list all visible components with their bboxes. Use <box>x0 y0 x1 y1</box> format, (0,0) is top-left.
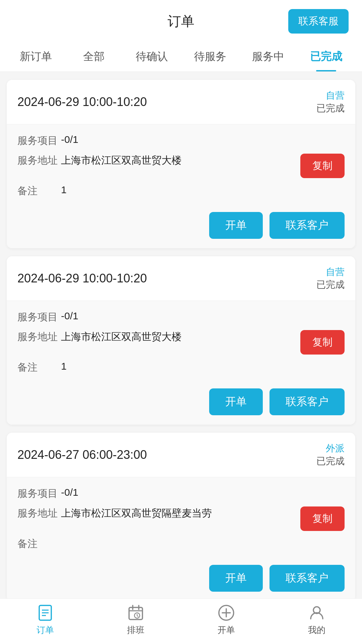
tab-in-service[interactable]: 服务中 <box>239 40 297 71</box>
copy-button-3[interactable]: 复制 <box>300 506 345 531</box>
open-order-button-2[interactable]: 开单 <box>209 388 263 415</box>
address-label-1: 服务地址 <box>17 154 61 167</box>
address-label-3: 服务地址 <box>17 506 61 520</box>
schedule-icon <box>127 604 144 622</box>
note-label-3: 备注 <box>17 537 61 551</box>
nav-label-orders: 订单 <box>37 624 54 636</box>
note-label-1: 备注 <box>17 184 61 198</box>
service-item-value-3: -0/1 <box>61 487 345 498</box>
bottom-nav: 订单 排班 开单 <box>0 598 362 644</box>
order-address-row-3: 服务地址 上海市松江区双高世贸隔壁麦当劳 复制 <box>17 506 345 531</box>
order-header-2: 2024-06-29 10:00-10:20 自营 已完成 <box>7 256 355 301</box>
order-status-block-2: 自营 已完成 <box>316 266 345 291</box>
tab-all[interactable]: 全部 <box>65 40 123 71</box>
tab-pending-service[interactable]: 待服务 <box>181 40 239 71</box>
order-body-2: 服务项目 -0/1 服务地址 上海市松江区双高世贸大楼 复制 备注 1 开单 联… <box>7 301 355 425</box>
address-value-3: 上海市松江区双高世贸隔壁麦当劳 <box>61 506 295 520</box>
note-value-1: 1 <box>61 184 345 196</box>
address-value-1: 上海市松江区双高世贸大楼 <box>61 154 295 167</box>
copy-button-2[interactable]: 复制 <box>300 330 345 355</box>
order-type-3: 外派 <box>316 442 345 455</box>
profile-icon <box>308 604 325 622</box>
nav-item-create[interactable]: 开单 <box>181 604 272 636</box>
order-note-row-2: 备注 1 <box>17 361 345 374</box>
open-order-button-3[interactable]: 开单 <box>209 565 263 592</box>
copy-button-1[interactable]: 复制 <box>300 154 345 178</box>
address-value-2: 上海市松江区双高世贸大楼 <box>61 330 295 344</box>
contact-service-button[interactable]: 联系客服 <box>288 9 349 34</box>
tab-new[interactable]: 新订单 <box>7 40 65 71</box>
order-actions-3: 开单 联系客户 <box>17 557 345 592</box>
order-card-2: 2024-06-29 10:00-10:20 自营 已完成 服务项目 -0/1 … <box>7 256 355 425</box>
note-value-2: 1 <box>61 361 345 372</box>
tab-completed[interactable]: 已完成 <box>297 40 355 71</box>
order-body-3: 服务项目 -0/1 服务地址 上海市松江区双高世贸隔壁麦当劳 复制 备注 开单 … <box>7 477 355 601</box>
order-time-1: 2024-06-29 10:00-10:20 <box>17 95 147 109</box>
order-status-3: 已完成 <box>316 455 345 468</box>
order-actions-2: 开单 联系客户 <box>17 380 345 415</box>
order-status-1: 已完成 <box>316 102 345 115</box>
service-item-label-3: 服务项目 <box>17 487 61 500</box>
service-item-value-1: -0/1 <box>61 134 345 145</box>
tab-pending-confirm[interactable]: 待确认 <box>123 40 181 71</box>
order-service-item-row-1: 服务项目 -0/1 <box>17 134 345 148</box>
nav-item-orders[interactable]: 订单 <box>0 604 90 636</box>
open-order-button-1[interactable]: 开单 <box>209 212 263 239</box>
page-title: 订单 <box>168 12 194 31</box>
order-address-row-1: 服务地址 上海市松江区双高世贸大楼 复制 <box>17 154 345 178</box>
address-label-2: 服务地址 <box>17 330 61 344</box>
header: 订单 联系客服 <box>0 0 362 40</box>
order-status-block-3: 外派 已完成 <box>316 442 345 468</box>
nav-item-schedule[interactable]: 排班 <box>90 604 181 636</box>
svg-line-10 <box>137 615 138 616</box>
order-note-row-3: 备注 <box>17 537 345 551</box>
contact-customer-button-2[interactable]: 联系客户 <box>269 388 345 415</box>
nav-item-profile[interactable]: 我的 <box>272 604 362 636</box>
order-card-3: 2024-06-27 06:00-23:00 外派 已完成 服务项目 -0/1 … <box>7 433 355 601</box>
order-time-2: 2024-06-29 10:00-10:20 <box>17 271 147 285</box>
order-status-2: 已完成 <box>316 278 345 291</box>
order-service-item-row-3: 服务项目 -0/1 <box>17 487 345 500</box>
tab-bar: 新订单 全部 待确认 待服务 服务中 已完成 <box>0 40 362 72</box>
note-label-2: 备注 <box>17 361 61 374</box>
order-address-row-2: 服务地址 上海市松江区双高世贸大楼 复制 <box>17 330 345 355</box>
order-type-1: 自营 <box>316 89 345 102</box>
order-header-3: 2024-06-27 06:00-23:00 外派 已完成 <box>7 433 355 477</box>
contact-customer-button-1[interactable]: 联系客户 <box>269 212 345 239</box>
order-list: 2024-06-29 10:00-10:20 自营 已完成 服务项目 -0/1 … <box>0 72 362 644</box>
contact-customer-button-3[interactable]: 联系客户 <box>269 565 345 592</box>
order-type-2: 自营 <box>316 266 345 278</box>
nav-label-profile: 我的 <box>308 624 325 636</box>
service-item-label-1: 服务项目 <box>17 134 61 148</box>
order-actions-1: 开单 联系客户 <box>17 204 345 239</box>
order-time-3: 2024-06-27 06:00-23:00 <box>17 448 147 462</box>
service-item-value-2: -0/1 <box>61 310 345 322</box>
order-body-1: 服务项目 -0/1 服务地址 上海市松江区双高世贸大楼 复制 备注 1 开单 联… <box>7 124 355 248</box>
order-note-row-1: 备注 1 <box>17 184 345 198</box>
order-card-1: 2024-06-29 10:00-10:20 自营 已完成 服务项目 -0/1 … <box>7 80 355 248</box>
service-item-label-2: 服务项目 <box>17 310 61 324</box>
create-icon <box>218 604 235 622</box>
orders-icon <box>37 604 54 622</box>
order-service-item-row-2: 服务项目 -0/1 <box>17 310 345 324</box>
order-header-1: 2024-06-29 10:00-10:20 自营 已完成 <box>7 80 355 124</box>
nav-label-create: 开单 <box>218 624 235 636</box>
order-status-block-1: 自营 已完成 <box>316 89 345 115</box>
nav-label-schedule: 排班 <box>127 624 144 636</box>
